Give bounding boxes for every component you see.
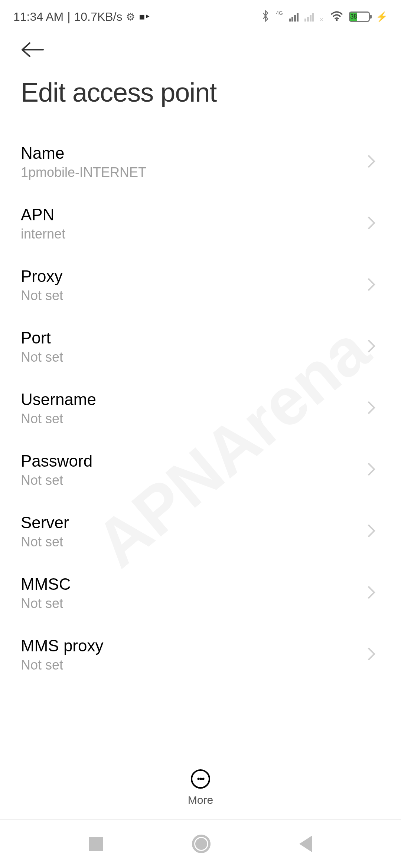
network-type: 4G: [276, 10, 283, 16]
nav-home-button[interactable]: [192, 835, 211, 853]
chevron-right-icon: [367, 339, 380, 355]
setting-label: MMSC: [21, 575, 367, 594]
setting-label: Proxy: [21, 267, 367, 286]
chevron-right-icon: [367, 585, 380, 601]
page-title: Edit access point: [0, 59, 401, 131]
status-time: 11:34 AM: [13, 10, 63, 24]
setting-value: Not set: [21, 596, 367, 611]
signal-icon-2: [304, 12, 314, 22]
chevron-right-icon: [367, 216, 380, 232]
bluetooth-icon: [261, 10, 270, 23]
wifi-icon: [330, 11, 343, 23]
chevron-right-icon: [367, 277, 380, 293]
navigation-bar: [0, 819, 401, 868]
setting-proxy[interactable]: Proxy Not set: [21, 254, 380, 316]
setting-value: Not set: [21, 288, 367, 303]
setting-label: Username: [21, 390, 367, 409]
status-data-rate: 10.7KB/s: [74, 10, 123, 24]
nav-recents-button[interactable]: [89, 837, 103, 851]
setting-apn[interactable]: APN internet: [21, 193, 380, 254]
chevron-right-icon: [367, 400, 380, 417]
signal-icon-1: [289, 12, 299, 22]
battery-icon: 38: [349, 11, 370, 22]
setting-mms-proxy[interactable]: MMS proxy Not set: [21, 624, 380, 685]
more-label: More: [188, 794, 213, 806]
setting-username[interactable]: Username Not set: [21, 378, 380, 439]
setting-label: Name: [21, 144, 367, 162]
settings-list: Name 1pmobile-INTERNET APN internet Prox…: [0, 131, 401, 685]
more-icon: •••: [191, 769, 210, 789]
chevron-right-icon: [367, 154, 380, 170]
setting-value: Not set: [21, 657, 367, 673]
setting-port[interactable]: Port Not set: [21, 316, 380, 378]
setting-label: MMS proxy: [21, 637, 367, 655]
setting-name[interactable]: Name 1pmobile-INTERNET: [21, 131, 380, 193]
status-bar: 11:34 AM | 10.7KB/s ⚙ ■‣ 4G ✕ 38 ⚡: [0, 0, 401, 27]
more-button[interactable]: ••• More: [0, 766, 401, 806]
nav-back-button[interactable]: [299, 836, 312, 852]
back-button[interactable]: [0, 27, 401, 59]
setting-mmsc[interactable]: MMSC Not set: [21, 562, 380, 624]
setting-value: Not set: [21, 411, 367, 427]
setting-label: Server: [21, 513, 367, 532]
setting-label: APN: [21, 206, 367, 224]
setting-label: Port: [21, 329, 367, 347]
camera-icon: ■‣: [139, 11, 150, 23]
gear-icon: ⚙: [126, 11, 135, 23]
setting-server[interactable]: Server Not set: [21, 501, 380, 562]
setting-value: 1pmobile-INTERNET: [21, 165, 367, 180]
chevron-right-icon: [367, 523, 380, 540]
setting-value: Not set: [21, 349, 367, 365]
setting-value: Not set: [21, 473, 367, 488]
setting-value: internet: [21, 226, 367, 242]
setting-label: Password: [21, 452, 367, 470]
battery-percent: 38: [350, 13, 357, 21]
no-signal-icon: ✕: [319, 17, 324, 23]
chevron-right-icon: [367, 462, 380, 478]
svg-point-0: [336, 19, 338, 21]
chevron-right-icon: [367, 647, 380, 663]
charging-icon: ⚡: [376, 11, 388, 23]
setting-value: Not set: [21, 534, 367, 550]
setting-password[interactable]: Password Not set: [21, 439, 380, 501]
status-separator: |: [67, 10, 70, 24]
